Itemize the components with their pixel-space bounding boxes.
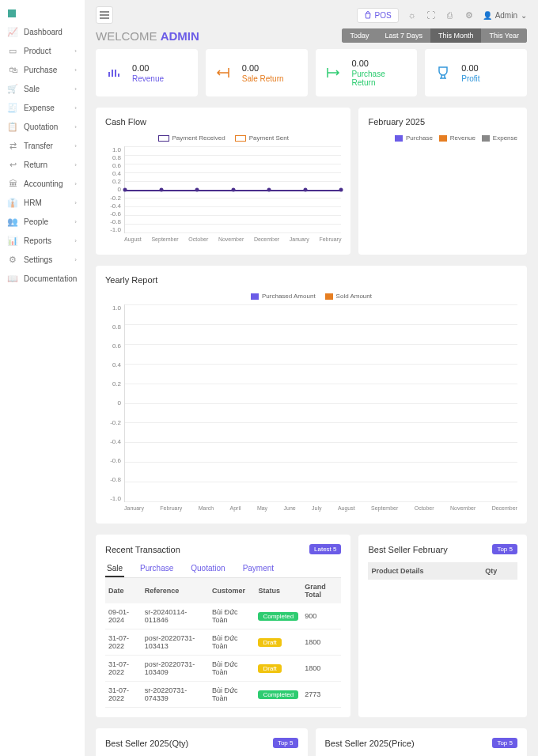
sidebar-item-people[interactable]: 👥People› (0, 212, 85, 231)
table-row[interactable]: 09-01-2024sr-20240114-011846Bùi Đức Toàn… (105, 603, 341, 629)
tab-this-year[interactable]: This Year (481, 28, 527, 43)
top5-badge: Top 5 (273, 738, 298, 748)
chevron-right-icon: › (74, 161, 77, 168)
cell-status: Draft (255, 656, 301, 682)
col-reference: Reference (142, 578, 209, 603)
nav-label: Quotation (24, 123, 74, 131)
hamburger-button[interactable] (96, 6, 113, 24)
sidebar-item-dashboard[interactable]: 📈Dashboard (0, 22, 85, 41)
sidebar-item-sale[interactable]: 🛒Sale› (0, 79, 85, 98)
bestseller-feb-card: Best Seller February Top 5 Product Detai… (358, 535, 527, 717)
cell-status: Draft (255, 629, 301, 656)
logo (0, 6, 85, 22)
kpi-value: 0.00 (242, 63, 284, 73)
purchase-return-icon (325, 64, 343, 81)
top5-badge: Top 5 (492, 544, 517, 554)
chevron-right-icon: › (74, 256, 77, 263)
nav-label: Reports (24, 236, 74, 245)
sidebar-item-purchase[interactable]: 🛍Purchase› (0, 60, 85, 79)
february-title: February 2025 (368, 117, 517, 127)
transfer-icon: ⇄ (8, 141, 17, 150)
sidebar-item-reports[interactable]: 📊Reports› (0, 231, 85, 250)
cashflow-title: Cash Flow (105, 117, 341, 127)
table-row[interactable]: 31-07-2022posr-20220731-103409Bùi Đức To… (105, 656, 341, 682)
fullscreen-icon[interactable]: ⛶ (426, 9, 437, 21)
return-icon: ↩ (8, 160, 17, 169)
subtab-sale[interactable]: Sale (105, 561, 124, 577)
recent-card: Recent Transaction Latest 5 SalePurchase… (96, 535, 350, 717)
gear-icon[interactable]: ⚙ (464, 9, 475, 21)
hrm-icon: 👔 (8, 198, 17, 207)
cell-total: 1800 (301, 629, 341, 656)
chevron-right-icon: › (74, 142, 77, 149)
pos-button[interactable]: POS (357, 8, 399, 23)
sidebar-item-return[interactable]: ↩Return› (0, 155, 85, 174)
february-card: February 2025 PurchaseRevenueExpense (358, 108, 527, 255)
tab-last-7-days[interactable]: Last 7 Days (377, 28, 430, 43)
cell-date: 31-07-2022 (105, 682, 142, 708)
sidebar-item-settings[interactable]: ⚙Settings› (0, 250, 85, 269)
legend-payment-sent: Payment Sent (235, 134, 289, 142)
top5-badge: Top 5 (492, 738, 517, 748)
cell-ref: sr-20220731-074339 (142, 682, 209, 708)
chevron-right-icon: › (74, 199, 77, 206)
sidebar-item-product[interactable]: ▭Product› (0, 41, 85, 60)
sidebar-item-expense[interactable]: 🧾Expense› (0, 98, 85, 117)
sale-return-icon (215, 64, 233, 81)
sale-icon: 🛒 (8, 84, 17, 93)
legend-purchased-amount: Purchased Amount (251, 293, 316, 300)
bs-qty-title: Best Seller 2025(Qty) (105, 739, 188, 748)
kpi-value: 0.00 (352, 59, 408, 68)
kpi-revenue: 0.00Revenue (96, 49, 198, 96)
bestseller-price-card: Best Seller 2025(Price) Top 5 Product De… (316, 728, 528, 756)
subtab-quotation[interactable]: Quotation (189, 561, 226, 577)
subtab-payment[interactable]: Payment (241, 561, 275, 577)
welcome-text: WELCOME ADMIN (96, 29, 199, 43)
product-icon: ▭ (8, 46, 17, 55)
yearly-card: Yearly Report Purchased AmountSold Amoun… (96, 266, 527, 524)
kpi-label: Profit (461, 74, 479, 83)
subtab-purchase[interactable]: Purchase (138, 561, 175, 577)
user-icon: 👤 (483, 11, 492, 20)
recent-title: Recent Transaction (105, 545, 180, 554)
tab-today[interactable]: Today (342, 28, 377, 43)
admin-dropdown[interactable]: 👤 Admin ⌄ (483, 11, 527, 20)
legend-sold-amount: Sold Amount (325, 293, 372, 300)
tab-this-month[interactable]: This Month (430, 28, 482, 43)
bs-price-title: Best Seller 2025(Price) (325, 739, 415, 748)
documentation-icon: 📖 (8, 274, 17, 283)
sidebar-item-quotation[interactable]: 📋Quotation› (0, 117, 85, 136)
kpi-value: 0.00 (461, 63, 479, 73)
kpi-sale-return: 0.00Sale Return (206, 49, 308, 96)
cell-date: 31-07-2022 (105, 629, 142, 656)
cell-status: Completed (255, 682, 301, 708)
col-status: Status (255, 578, 301, 603)
table-row[interactable]: 31-07-2022posr-20220731-103413Bùi Đức To… (105, 629, 341, 656)
settings-icon: ⚙ (8, 255, 17, 264)
yearly-title: Yearly Report (105, 275, 517, 285)
nav-label: People (24, 217, 74, 226)
sidebar-item-transfer[interactable]: ⇄Transfer› (0, 136, 85, 155)
cell-total: 1800 (301, 656, 341, 682)
sidebar-item-hrm[interactable]: 👔HRM› (0, 193, 85, 212)
legend-expense: Expense (482, 134, 517, 142)
kpi-label: Purchase Return (352, 70, 408, 87)
chevron-right-icon: › (74, 218, 77, 225)
period-tabs: TodayLast 7 DaysThis MonthThis Year (342, 28, 527, 43)
status-badge: Draft (258, 638, 281, 647)
kpi-profit: 0.00Profit (425, 49, 527, 96)
legend-purchase: Purchase (395, 134, 433, 142)
col-date: Date (105, 578, 142, 603)
nav-label: Return (24, 161, 74, 169)
chevron-right-icon: › (74, 123, 77, 130)
printer-icon[interactable]: ⎙ (445, 9, 456, 21)
cell-customer: Bùi Đức Toàn (209, 629, 255, 656)
reports-icon: 📊 (8, 236, 17, 245)
sidebar-item-accounting[interactable]: 🏛Accounting› (0, 174, 85, 193)
sun-icon[interactable]: ☼ (407, 9, 418, 21)
sidebar: 📈Dashboard▭Product›🛍Purchase›🛒Sale›🧾Expe… (0, 0, 85, 756)
expense-icon: 🧾 (8, 103, 17, 112)
table-row[interactable]: 31-07-2022sr-20220731-074339Bùi Đức Toàn… (105, 682, 341, 708)
nav-label: HRM (24, 198, 74, 207)
sidebar-item-documentation[interactable]: 📖Documentation (0, 269, 85, 288)
